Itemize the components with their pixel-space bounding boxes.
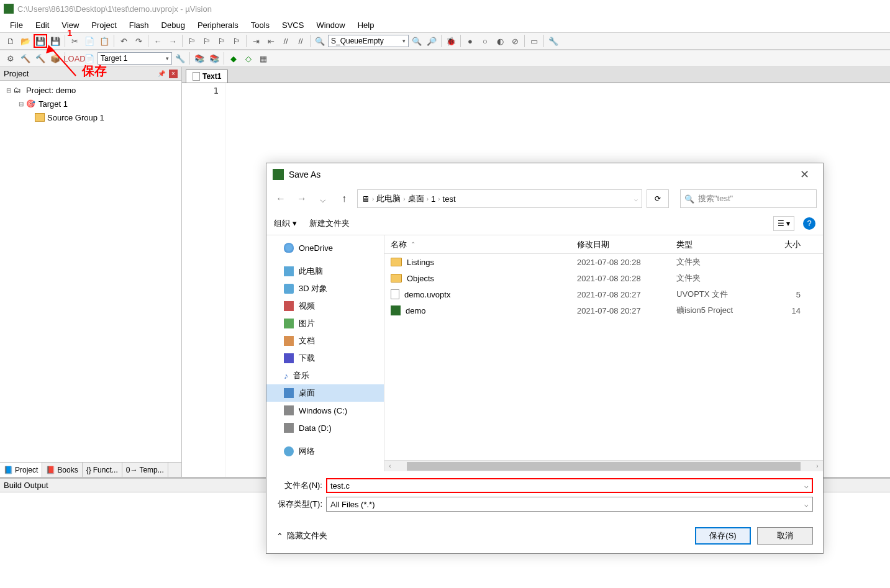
bp-disable-icon[interactable]: ◐ — [493, 34, 507, 48]
menu-flash[interactable]: Flash — [124, 19, 154, 31]
nav-back-icon[interactable]: ← — [273, 191, 289, 207]
copy-icon[interactable]: 📄 — [83, 34, 96, 48]
horizontal-scrollbar[interactable]: ‹› — [384, 460, 823, 471]
col-type[interactable]: 类型 — [676, 239, 770, 250]
file-tab-text1[interactable]: Text1 — [186, 70, 228, 83]
debug-icon[interactable]: 🐞 — [444, 34, 458, 48]
find-dropdown[interactable]: S_QueueEmpty — [328, 35, 409, 47]
sidebar-3d[interactable]: 3D 对象 — [266, 280, 384, 297]
close-icon[interactable]: × — [169, 70, 178, 78]
breakpoint-icon[interactable]: ● — [463, 34, 477, 48]
options-icon[interactable]: 🔧 — [173, 52, 187, 65]
bp-enable-icon[interactable]: ○ — [478, 34, 492, 48]
pack-icon[interactable]: ◆ — [227, 52, 240, 65]
crumb-1[interactable]: 1 — [431, 194, 435, 204]
findfiles-icon[interactable]: 🔎 — [425, 34, 438, 48]
cancel-button[interactable]: 取消 — [757, 527, 813, 545]
rte-icon[interactable]: ▦ — [257, 52, 270, 65]
col-size[interactable]: 大小 — [770, 239, 807, 250]
uncomment-icon[interactable]: // — [294, 34, 307, 48]
sidebar-videos[interactable]: 视频 — [266, 297, 384, 315]
menu-file[interactable]: File — [5, 19, 28, 31]
sidebar-docs[interactable]: 文档 — [266, 332, 384, 350]
dialog-close-icon[interactable]: ✕ — [792, 168, 817, 181]
manage-icon[interactable]: 📚 — [193, 52, 206, 65]
tree-target[interactable]: ⊟ 🎯 Target 1 — [0, 97, 181, 111]
view-mode-button[interactable]: ☰ ▾ — [773, 216, 794, 231]
file-row-demo[interactable]: demo 2021-07-08 20:27 礦ision5 Project 14 — [384, 302, 823, 319]
crumb-desktop[interactable]: 桌面 — [408, 193, 424, 204]
bookmark-icon[interactable]: 🏳 — [185, 34, 199, 48]
sidebar-music[interactable]: ♪音乐 — [266, 367, 384, 384]
sidebar-thispc[interactable]: 此电脑 — [266, 263, 384, 280]
breadcrumb[interactable]: 🖥 › 此电脑 › 桌面 › 1 › test ⌵ — [357, 189, 642, 208]
window-icon[interactable]: ▭ — [527, 34, 541, 48]
refresh-icon[interactable]: ⟳ — [647, 189, 669, 208]
menu-debug[interactable]: Debug — [157, 19, 190, 31]
menu-svcs[interactable]: SVCS — [277, 19, 309, 31]
batch-icon[interactable]: 📦 — [48, 52, 62, 65]
bp-kill-icon[interactable]: ⊘ — [508, 34, 522, 48]
file-row-uvoptx[interactable]: demo.uvoptx 2021-07-08 20:27 UVOPTX 文件 5 — [384, 286, 823, 302]
manage2-icon[interactable]: 📚 — [207, 52, 221, 65]
config-icon[interactable]: 🔧 — [547, 34, 560, 48]
filetype-input[interactable]: All Files (*.*) — [326, 497, 813, 512]
target-dropdown[interactable]: Target 1 — [98, 52, 172, 65]
save-button[interactable]: 保存(S) — [695, 527, 751, 545]
tab-books[interactable]: 📕 Books — [42, 463, 82, 477]
pin-icon[interactable]: 📌 — [158, 70, 165, 77]
sidebar-onedrive[interactable]: OneDrive — [266, 239, 384, 256]
sidebar-c-drive[interactable]: Windows (C:) — [266, 402, 384, 419]
organize-button[interactable]: 组织 ▾ — [274, 218, 297, 229]
menu-peripherals[interactable]: Peripherals — [193, 19, 243, 31]
pack2-icon[interactable]: ◇ — [242, 52, 255, 65]
find-icon[interactable]: 🔍 — [313, 34, 327, 48]
col-date[interactable]: 修改日期 — [577, 239, 676, 250]
new-folder-button[interactable]: 新建文件夹 — [309, 218, 350, 229]
tree-source-group[interactable]: Source Group 1 — [0, 111, 181, 124]
open-icon[interactable]: 📂 — [19, 34, 32, 48]
project-tree[interactable]: ⊟ 🗂 Project: demo ⊟ 🎯 Target 1 Source Gr… — [0, 81, 181, 462]
hide-folders-toggle[interactable]: ⌃ 隐藏文件夹 — [276, 530, 327, 541]
col-name[interactable]: 名称⌃ — [384, 239, 577, 250]
nav-up-icon[interactable]: ↑ — [336, 191, 352, 207]
new-icon[interactable]: 🗋 — [4, 34, 17, 48]
sidebar-downloads[interactable]: 下载 — [266, 350, 384, 367]
search-input[interactable]: 🔍 搜索"test" — [680, 189, 817, 208]
crumb-test[interactable]: test — [443, 194, 456, 204]
findnext-icon[interactable]: 🔍 — [410, 34, 424, 48]
menu-edit[interactable]: Edit — [30, 19, 54, 31]
menu-window[interactable]: Window — [311, 19, 350, 31]
forward-icon[interactable]: → — [166, 34, 179, 48]
build-icon[interactable]: 🔨 — [19, 52, 32, 65]
tab-project[interactable]: 📘 Project — [0, 463, 42, 477]
tree-project-root[interactable]: ⊟ 🗂 Project: demo — [0, 83, 181, 97]
bookmark-clear-icon[interactable]: 🏳 — [230, 34, 243, 48]
bookmark-next-icon[interactable]: 🏳 — [215, 34, 229, 48]
filename-input[interactable]: test.c — [326, 478, 813, 493]
menu-help[interactable]: Help — [353, 19, 379, 31]
paste-icon[interactable]: 📋 — [98, 34, 111, 48]
undo-icon[interactable]: ↶ — [117, 34, 130, 48]
nav-recent-icon[interactable]: ⌵ — [315, 191, 331, 207]
file-row-listings[interactable]: Listings 2021-07-08 20:28 文件夹 — [384, 254, 823, 270]
sidebar-d-drive[interactable]: Data (D:) — [266, 419, 384, 436]
bookmark-prev-icon[interactable]: 🏳 — [200, 34, 214, 48]
sidebar-images[interactable]: 图片 — [266, 315, 384, 332]
sidebar-desktop[interactable]: 桌面 — [266, 384, 384, 402]
indent-icon[interactable]: ⇥ — [249, 34, 263, 48]
back-icon[interactable]: ← — [151, 34, 165, 48]
tab-functions[interactable]: {} Funct... — [83, 463, 122, 477]
sidebar-network[interactable]: 网络 — [266, 443, 384, 460]
file-row-objects[interactable]: Objects 2021-07-08 20:28 文件夹 — [384, 270, 823, 286]
outdent-icon[interactable]: ⇤ — [264, 34, 278, 48]
download-icon[interactable]: LOAD — [68, 52, 81, 65]
save-icon[interactable]: 💾 — [34, 34, 47, 48]
menu-project[interactable]: Project — [86, 19, 121, 31]
expand-icon[interactable]: ⊟ — [5, 87, 12, 94]
menu-tools[interactable]: Tools — [246, 19, 275, 31]
expand-icon[interactable]: ⊟ — [17, 101, 25, 107]
help-icon[interactable]: ? — [803, 217, 815, 230]
translate-icon[interactable]: ⚙ — [4, 52, 17, 65]
redo-icon[interactable]: ↷ — [132, 34, 145, 48]
